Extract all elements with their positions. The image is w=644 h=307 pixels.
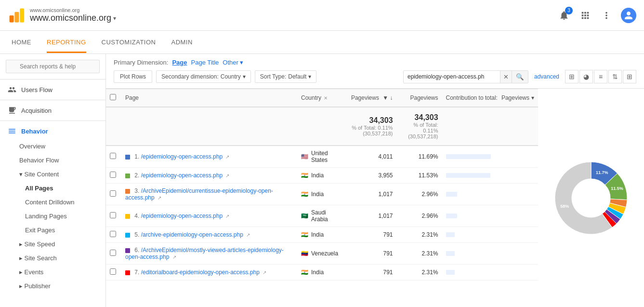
external-link-icon[interactable]: ↗: [246, 232, 250, 238]
sidebar-item-content-drilldown[interactable]: Content Drilldown: [0, 195, 105, 209]
filter-search-button[interactable]: 🔍: [512, 71, 528, 83]
notification-button[interactable]: 3: [557, 9, 571, 22]
page-color-dot: [125, 174, 130, 178]
row-checkbox[interactable]: [110, 268, 116, 275]
row-checkbox[interactable]: [110, 190, 116, 197]
secondary-dimension-dropdown[interactable]: Secondary dimension: Country ▾: [156, 70, 251, 83]
nav-admin[interactable]: ADMIN: [171, 32, 192, 53]
row-checkbox[interactable]: [110, 153, 116, 159]
row-contribution-bar-cell: [442, 243, 538, 265]
sidebar-label-overview: Overview: [19, 143, 45, 150]
sort-type-arrow-icon: ▾: [308, 73, 311, 80]
row-contribution-bar-cell: [442, 205, 538, 227]
flag-emoji: 🇮🇳: [301, 269, 308, 276]
dim-other-link[interactable]: Other ▾: [223, 59, 243, 66]
row-checkbox[interactable]: [110, 212, 116, 218]
select-all-checkbox[interactable]: [110, 94, 116, 100]
row-page-cell: 6. /ArchiveEpidemiol/mostly-viewed-artic…: [121, 243, 297, 265]
pie-label: 11.7%: [596, 170, 608, 174]
flag-emoji: 🇮🇳: [301, 191, 308, 198]
sort-type-dropdown[interactable]: Sort Type: Default ▾: [255, 70, 317, 83]
row-pageviews-cell: 791: [347, 243, 397, 265]
sidebar-item-publisher[interactable]: ▸ Publisher: [0, 279, 105, 293]
external-link-icon[interactable]: ↗: [225, 214, 229, 219]
more-button[interactable]: [600, 9, 613, 22]
sidebar-item-site-speed[interactable]: ▸ Site Speed: [0, 237, 105, 251]
row-checkbox-cell: [106, 168, 121, 184]
external-link-icon[interactable]: ↗: [225, 173, 229, 178]
sidebar-item-site-search[interactable]: ▸ Site Search: [0, 251, 105, 265]
view-list-button[interactable]: ≡: [594, 70, 607, 83]
filter-clear-button[interactable]: ✕: [500, 71, 512, 83]
secondary-toolbar: Plot Rows Secondary dimension: Country ▾…: [114, 70, 636, 83]
col-pageviews[interactable]: Pageviews ▼ ↓: [347, 89, 397, 107]
sidebar-item-landing-pages[interactable]: Landing Pages: [0, 209, 105, 223]
row-contribution-bar-cell: [442, 227, 538, 243]
nav-customization[interactable]: CUSTOMIZATION: [102, 32, 156, 53]
pie-label: 58%: [560, 204, 569, 209]
row-checkbox[interactable]: [110, 250, 116, 256]
dim-page-title-link[interactable]: Page Title: [191, 59, 219, 66]
apps-button[interactable]: [578, 9, 592, 22]
nav-home[interactable]: HOME: [12, 32, 31, 53]
sidebar-label-site-speed: ▸ Site Speed: [19, 240, 55, 248]
sidebar-item-all-pages[interactable]: All Pages: [0, 181, 105, 195]
sidebar-item-site-content[interactable]: ▾ Site Content: [0, 167, 105, 181]
view-pie-button[interactable]: ◕: [579, 70, 593, 83]
row-checkbox[interactable]: [110, 172, 116, 178]
page-link[interactable]: /epidemiology-open-access.php: [141, 153, 223, 160]
user-avatar[interactable]: [621, 8, 636, 23]
page-link[interactable]: /ArchiveEpidemiol/currentissue-epidemiol…: [125, 187, 273, 201]
row-checkbox[interactable]: [110, 231, 116, 237]
flag-emoji: 🇮🇳: [301, 231, 308, 238]
row-contribution-bar-cell: [442, 168, 538, 184]
external-link-icon[interactable]: ↗: [263, 270, 266, 275]
table-total-row: 34,303 % of Total: 0.11% (30,537,218) 34…: [106, 107, 538, 146]
sidebar-item-users-flow[interactable]: Users Flow: [0, 81, 105, 98]
external-link-icon[interactable]: ↗: [158, 195, 161, 200]
page-link[interactable]: /epidemiology-open-access.php: [141, 213, 223, 219]
row-pageviews-cell: 4,011: [347, 146, 397, 168]
row-contribution-bar-cell: [442, 146, 538, 168]
external-link-icon[interactable]: ↗: [172, 254, 176, 260]
sidebar-item-behavior-flow[interactable]: Behavior Flow: [0, 153, 105, 167]
row-checkbox-cell: [106, 146, 121, 168]
ga-logo-icon: [8, 7, 25, 24]
primary-dimension-label: Primary Dimension:: [114, 59, 168, 66]
sidebar-item-exit-pages[interactable]: Exit Pages: [0, 223, 105, 237]
site-domain-large[interactable]: www.omicsonline.org ▾: [30, 13, 116, 23]
page-link[interactable]: /ArchiveEpidemiol/mostly-viewed-articles…: [125, 247, 284, 260]
view-compare-button[interactable]: ⇅: [608, 70, 622, 83]
external-link-icon[interactable]: ↗: [225, 154, 229, 160]
top-icons: 3: [557, 8, 636, 23]
table-row: 3. /ArchiveEpidemiol/currentissue-epidem…: [106, 184, 538, 205]
svg-rect-0: [10, 15, 14, 22]
country-name: India: [311, 231, 324, 238]
page-link[interactable]: /archive-epidemiology-open-access.php: [141, 231, 243, 238]
view-pivot-button[interactable]: ⊞: [623, 70, 636, 83]
dim-page-link[interactable]: Page: [172, 59, 187, 66]
sidebar-label-behavior-flow: Behavior Flow: [19, 157, 59, 164]
sort-arrow-icon: ▼: [382, 94, 388, 101]
sidebar-item-behavior[interactable]: Behavior: [0, 123, 105, 139]
view-data-button[interactable]: ⊞: [565, 70, 578, 83]
col-contribution: Contribution to total: Pageviews ▾: [442, 89, 538, 107]
nav-reporting[interactable]: REPORTING: [47, 32, 86, 53]
contribution-dropdown-icon: ▾: [531, 94, 534, 101]
page-link[interactable]: /editorialboard-epidemiology-open-access…: [141, 269, 260, 276]
sort-direction-icon: ↓: [390, 94, 393, 101]
row-pageviews-cell: 1,017: [347, 205, 397, 227]
page-link[interactable]: /epidemiology-open-access.php: [141, 172, 223, 179]
search-input[interactable]: [6, 60, 100, 73]
sidebar-item-events[interactable]: ▸ Events: [0, 265, 105, 279]
sidebar-label-users-flow: Users Flow: [21, 86, 53, 93]
sidebar-divider: [0, 100, 105, 100]
country-name: India: [311, 172, 324, 179]
sidebar-item-overview[interactable]: Overview: [0, 139, 105, 153]
filter-input[interactable]: [404, 71, 500, 82]
contribution-bar: [446, 232, 455, 237]
plot-rows-button[interactable]: Plot Rows: [114, 70, 152, 83]
advanced-link[interactable]: advanced: [534, 73, 559, 80]
table-row: 6. /ArchiveEpidemiol/mostly-viewed-artic…: [106, 243, 538, 265]
sidebar-item-acquisition[interactable]: Acquisition: [0, 102, 105, 119]
